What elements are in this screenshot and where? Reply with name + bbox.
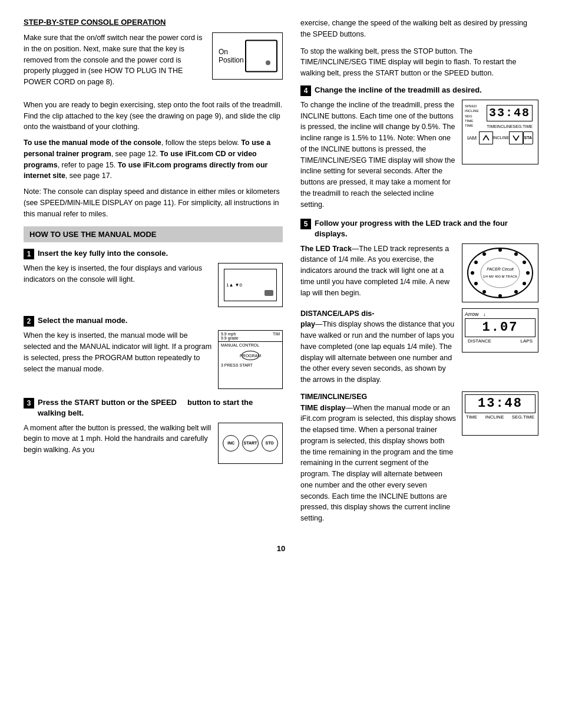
incline-display-labels: TIME INCLINE SEG.TIME: [484, 124, 535, 129]
step2-program-row: PROGRAM: [219, 348, 282, 363]
time-label-segtime: SEG.TIME: [512, 414, 534, 420]
time-diagram: 13:48 TIME INCLINE SEG.TIME: [462, 391, 538, 524]
step3-stop-btn: STO: [262, 435, 278, 452]
step2-mph: 9.9 mph9.9 grade: [221, 332, 239, 340]
step3-start-btn: START: [242, 435, 259, 452]
step2-text: When the key is inserted, the manual mod…: [24, 330, 212, 389]
svg-point-2: [471, 271, 474, 275]
led-track-diagram: PACER Circuit 1/4 MI/ 400 M TRACK: [462, 243, 538, 302]
right-column: exercise, change the speed of the walkin…: [300, 18, 538, 532]
step3-header: 3 Press the START button or the SPEED bu…: [24, 397, 283, 419]
incline-sta-btn[interactable]: STA: [523, 131, 533, 144]
step4-header: 4 Change the incline of the treadmill as…: [300, 85, 538, 96]
step1-text: When the key is inserted, the four displ…: [24, 263, 212, 307]
led-track-text: The LED Track—The LED track represents a…: [300, 243, 456, 302]
intro-para-2: When you are ready to begin exercising, …: [24, 100, 283, 133]
incline-up-btn[interactable]: [479, 131, 493, 144]
right-intro-1: exercise, change the speed of the walkin…: [300, 18, 538, 40]
distance-content: DISTANCE/LAPS dis-play—This display show…: [300, 308, 538, 386]
incline-display-value: 33:48: [487, 105, 533, 121]
led-diag: PACER Circuit 1/4 MI/ 400 M TRACK: [462, 243, 538, 302]
distance-diagram: Arrow ↓ 1.07 DISTANCE LAPS: [462, 308, 538, 386]
intro-para-1: Make sure that the on/off switch near th…: [24, 32, 206, 88]
step2-diag-top: 9.9 mph9.9 grade TIM: [219, 331, 282, 342]
step2-diag: 9.9 mph9.9 grade TIM MANUAL CONTROL PROG…: [218, 330, 283, 389]
page-container: STEP-BY-STEP CONSOLE OPERATION Make sure…: [24, 18, 538, 532]
step4-diagram: SPEED INCLINE SEG TIME TIME 33:48 TIME I…: [462, 100, 538, 210]
dist-label-laps: LAPS: [521, 338, 533, 344]
step4-content: To change the incline of the treadmill, …: [300, 100, 538, 210]
incline-btn-row: IAM INCLINE STA: [462, 130, 538, 146]
svg-text:PACER Circuit: PACER Circuit: [487, 267, 514, 271]
left-column: STEP-BY-STEP CONSOLE OPERATION Make sure…: [24, 18, 283, 532]
step3-block: 3 Press the START button or the SPEED bu…: [24, 397, 283, 463]
time-diag: 13:48 TIME INCLINE SEG.TIME: [462, 391, 538, 436]
on-position-diagram: OnPosition: [212, 32, 283, 80]
svg-point-10: [514, 290, 518, 294]
section-title: STEP-BY-STEP CONSOLE OPERATION: [24, 18, 283, 27]
bold-manual: To use the manual mode of the console: [24, 139, 161, 147]
dist-display-value: 1.07: [465, 318, 535, 337]
led-track-content: The LED Track—The LED track represents a…: [300, 243, 538, 302]
svg-point-7: [523, 261, 526, 264]
step1-header: 1 Insert the key fully into the console.: [24, 248, 283, 259]
time-display-value: 13:48: [465, 394, 535, 413]
incline-diag-top: SPEED INCLINE SEG TIME TIME 33:48 TIME I…: [462, 100, 538, 130]
svg-point-8: [526, 271, 530, 275]
step1-block: 1 Insert the key fully into the console.…: [24, 248, 283, 307]
right-intro-2: To stop the walking belt, press the STOP…: [300, 46, 538, 79]
svg-point-9: [523, 282, 526, 285]
incline-diag: SPEED INCLINE SEG TIME TIME 33:48 TIME I…: [462, 100, 538, 164]
on-position-label: OnPosition: [219, 48, 244, 64]
led-track-title: The LED Track: [300, 245, 352, 253]
step1-num: 1: [24, 249, 34, 259]
distance-desc: —This display shows the distance that yo…: [300, 320, 454, 384]
dist-arrow-row: Arrow ↓: [465, 311, 535, 317]
step2-press-start: 3 PRESS START: [219, 363, 282, 368]
time-content: TIME/INCLINE/SEGTIME display—When the ma…: [300, 391, 538, 524]
svg-point-4: [482, 252, 486, 256]
intro-para-3: To use the manual mode of the console, f…: [24, 137, 283, 182]
dist-label-distance: DISTANCE: [468, 338, 491, 344]
svg-point-13: [474, 282, 478, 285]
svg-point-6: [514, 252, 518, 256]
incline-side-labels: SPEED INCLINE SEG TIME TIME: [465, 104, 481, 129]
manual-mode-box: HOW TO USE THE MANUAL MODE: [24, 226, 283, 242]
step1-key-icon: [265, 290, 273, 296]
step3-inc-btn: INC: [223, 435, 239, 452]
step4-text: To change the incline of the treadmill, …: [300, 100, 456, 210]
svg-point-0: [468, 248, 533, 298]
page-number: 10: [24, 544, 538, 553]
incline-down-btn[interactable]: [509, 131, 523, 144]
time-label-incline: INCLINE: [485, 414, 504, 420]
step3-num: 3: [24, 398, 34, 409]
step2-title: Select the manual mode.: [38, 315, 127, 326]
led-oval-svg: PACER Circuit 1/4 MI/ 400 M TRACK: [467, 247, 534, 299]
step1-diag: 1▲ ▼0: [218, 263, 283, 307]
step2-content: When the key is inserted, the manual mod…: [24, 330, 283, 389]
step5-title: Follow your progress with the LED track …: [315, 218, 538, 239]
time-label-time: TIME: [466, 414, 477, 420]
intro-block: Make sure that the on/off switch near th…: [24, 32, 283, 93]
step2-header: 2 Select the manual mode.: [24, 315, 283, 327]
step5-block: 5 Follow your progress with the LED trac…: [300, 218, 538, 524]
step1-diag-inner: 1▲ ▼0: [224, 269, 277, 301]
step5-header: 5 Follow your progress with the LED trac…: [300, 218, 538, 239]
time-labels: TIME INCLINE SEG.TIME: [465, 414, 535, 420]
step4-block: 4 Change the incline of the treadmill as…: [300, 85, 538, 210]
incline-iam-label: IAM: [467, 135, 477, 141]
step2-num: 2: [24, 316, 34, 327]
time-text: TIME/INCLINE/SEGTIME display—When the ma…: [300, 391, 456, 524]
step2-tim: TIM: [273, 332, 280, 340]
incline-label-text: INCLINE: [493, 136, 510, 140]
step3-text: A moment after the button is pressed, th…: [24, 423, 212, 464]
step3-title: Press the START button or the SPEED butt…: [38, 397, 283, 419]
key-shape-diagram: [245, 40, 277, 73]
step2-program-btn: PROGRAM: [242, 351, 259, 360]
step2-manual-label: MANUAL CONTROL: [219, 342, 282, 348]
step1-content: When the key is inserted, the four displ…: [24, 263, 283, 307]
step5-num: 5: [300, 219, 311, 229]
step4-title: Change the incline of the treadmill as d…: [315, 85, 482, 95]
dist-labels: DISTANCE LAPS: [465, 338, 535, 344]
note-para: Note: The console can display speed and …: [24, 186, 283, 219]
